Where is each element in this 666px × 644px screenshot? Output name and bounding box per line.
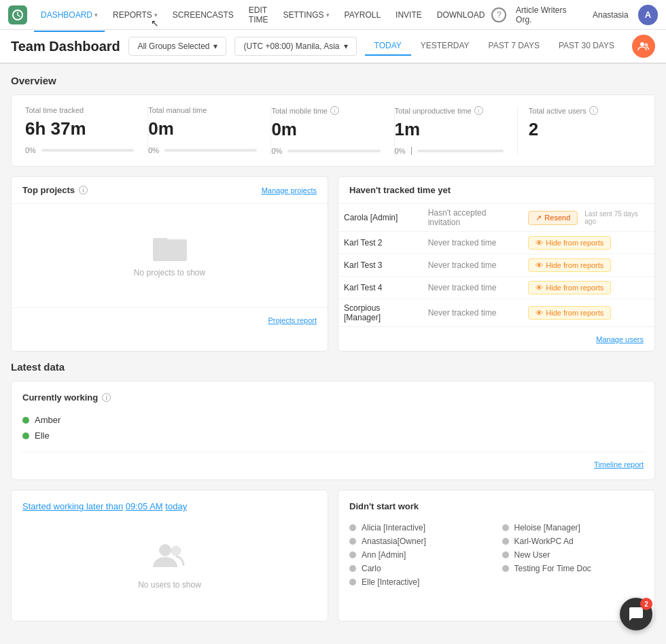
havent-tracked-panel: Haven't tracked time yet Carola [Admin] …: [338, 176, 655, 352]
date-btn-today[interactable]: TODAY: [365, 37, 411, 56]
date-btn-7days[interactable]: PAST 7 DAYS: [479, 37, 549, 56]
nav-invite[interactable]: INVITE: [389, 6, 429, 24]
date-btn-yesterday[interactable]: YESTERDAY: [411, 37, 479, 56]
panel-footer: Manage users: [338, 326, 654, 351]
folder-icon: [153, 234, 187, 261]
nav-edit-time[interactable]: EDIT TIME: [242, 1, 275, 29]
offline-indicator: [502, 524, 509, 531]
org-name: Article Writers Org.: [516, 5, 583, 24]
list-item: Heloise [Manager]: [502, 521, 644, 535]
overview-grid: Total time tracked 6h 37m 0% Total manua…: [25, 106, 641, 155]
offline-indicator: [349, 565, 356, 572]
tracked-body: Carola [Admin] Hasn't accepted invitatio…: [338, 204, 654, 326]
chevron-down-icon: ▾: [94, 12, 98, 18]
stat-unproductive-time: Total unproductive time i 1m 0%: [395, 106, 518, 155]
hide-from-reports-button[interactable]: 👁 Hide from reports: [528, 306, 611, 320]
stat-active-users: Total active users i 2: [518, 106, 641, 155]
manage-users-link[interactable]: Manage users: [596, 335, 644, 343]
online-indicator: [22, 417, 29, 424]
table-row: Karl Test 3 Never tracked time 👁 Hide fr…: [338, 254, 654, 277]
table-row: Karl Test 2 Never tracked time 👁 Hide fr…: [338, 232, 654, 254]
top-projects-panel: Top projects i Manage projects No projec…: [11, 176, 328, 352]
svg-point-2: [645, 44, 648, 47]
manage-projects-link[interactable]: Manage projects: [262, 186, 317, 194]
avatar[interactable]: A: [638, 5, 658, 25]
empty-state: No users to show: [22, 521, 317, 610]
offline-indicator: [349, 552, 356, 558]
info-icon[interactable]: i: [102, 393, 111, 402]
list-item: Elle [Interactive]: [349, 575, 491, 589]
online-indicator: [22, 433, 29, 439]
bottom-panels: Started working later than 09:05 AM toda…: [11, 490, 655, 622]
date-btn-30days[interactable]: PAST 30 DAYS: [549, 37, 624, 56]
top-navigation: DASHBOARD ▾ REPORTS ▾ SCREENCASTS EDIT T…: [0, 0, 666, 30]
panel-title: Haven't tracked time yet: [349, 185, 451, 195]
nav-dashboard[interactable]: DASHBOARD ▾: [34, 6, 105, 24]
stat-total-time: Total time tracked 6h 37m 0%: [25, 106, 148, 155]
stat-label: Total time tracked: [25, 106, 134, 114]
info-icon[interactable]: i: [474, 106, 483, 115]
currently-working-panel: Currently working i Amber Elle Timeline …: [11, 381, 655, 480]
working-users-list: Amber Elle: [22, 412, 644, 443]
nav-payroll[interactable]: PAYROLL: [338, 6, 388, 24]
overview-card: Total time tracked 6h 37m 0% Total manua…: [11, 95, 655, 167]
nav-reports[interactable]: REPORTS ▾: [106, 6, 164, 24]
list-item: Alicia [Interactive]: [349, 521, 491, 535]
list-item: Amber: [22, 412, 644, 428]
page-title: Team Dashboard: [11, 39, 120, 54]
table-row: Carola [Admin] Hasn't accepted invitatio…: [338, 204, 654, 232]
list-item: Carlo: [349, 562, 491, 575]
group-filter-button[interactable]: All Groups Selected ▾: [128, 37, 226, 56]
table-row: Karl Test 4 Never tracked time 👁 Hide fr…: [338, 277, 654, 299]
working-header: Currently working i: [22, 392, 644, 403]
nav-settings[interactable]: SETTINGS ▾: [277, 6, 336, 24]
info-icon[interactable]: i: [589, 106, 598, 115]
app-logo[interactable]: [8, 5, 27, 24]
date-filter-buttons: TODAY YESTERDAY PAST 7 DAYS PAST 30 DAYS: [365, 37, 624, 56]
chevron-down-icon: ▾: [213, 41, 217, 51]
timezone-filter-button[interactable]: (UTC +08:00) Manila, Asia ▾: [234, 37, 356, 56]
offline-indicator: [349, 538, 356, 545]
didnt-col-1: Alicia [Interactive] Anastasia[Owner] An…: [349, 521, 491, 589]
chevron-down-icon: ▾: [344, 41, 348, 51]
empty-text: No projects to show: [134, 268, 205, 277]
stat-mobile-time: Total mobile time i 0m 0%: [271, 106, 394, 155]
info-icon[interactable]: i: [79, 186, 88, 194]
people-icon: [152, 541, 188, 573]
start-time: 09:05 AM: [126, 501, 163, 511]
list-item: Karl-WorkPC Ad: [502, 535, 644, 548]
chat-badge: 2: [640, 598, 652, 610]
resend-button[interactable]: ↗ Resend: [528, 211, 578, 225]
svg-point-3: [159, 544, 171, 556]
projects-body: No projects to show: [12, 204, 328, 307]
help-button[interactable]: ?: [491, 7, 506, 22]
nav-download[interactable]: DOWNLOAD: [430, 6, 492, 24]
group-users-button[interactable]: [632, 35, 655, 58]
info-icon[interactable]: i: [330, 106, 339, 115]
table-row: Scorpious [Manager] Never tracked time 👁…: [338, 299, 654, 327]
chat-button[interactable]: 2: [620, 598, 652, 630]
didnt-start-panel: Didn't start work Alicia [Interactive] A…: [338, 490, 655, 622]
panel-header: Top projects i Manage projects: [12, 177, 328, 204]
main-content: Overview Total time tracked 6h 37m 0% To…: [0, 64, 666, 632]
nav-items: DASHBOARD ▾ REPORTS ▾ SCREENCASTS EDIT T…: [34, 1, 491, 29]
svg-point-1: [640, 42, 644, 46]
svg-point-4: [171, 546, 181, 556]
hide-from-reports-button[interactable]: 👁 Hide from reports: [528, 236, 611, 250]
tracked-table: Carola [Admin] Hasn't accepted invitatio…: [338, 204, 654, 326]
empty-state: No projects to show: [22, 214, 317, 298]
projects-report-link[interactable]: Projects report: [268, 316, 317, 324]
didnt-users-grid: Alicia [Interactive] Anastasia[Owner] An…: [349, 521, 644, 589]
stat-bar-row: 0%: [25, 146, 134, 154]
timeline-report-link[interactable]: Timeline report: [594, 460, 644, 469]
list-item: Anastasia[Owner]: [349, 535, 491, 548]
stat-value: 6h 37m: [25, 118, 134, 139]
user-name: Anastasia: [593, 10, 629, 20]
panel-footer: Projects report: [12, 307, 328, 332]
hide-from-reports-button[interactable]: 👁 Hide from reports: [528, 281, 611, 294]
offline-indicator: [349, 579, 356, 586]
nav-screencasts[interactable]: SCREENCASTS: [166, 6, 241, 24]
hide-from-reports-button[interactable]: 👁 Hide from reports: [528, 258, 611, 272]
list-item: Elle: [22, 428, 644, 443]
nav-right: ? Article Writers Org. Anastasia A: [491, 5, 658, 25]
